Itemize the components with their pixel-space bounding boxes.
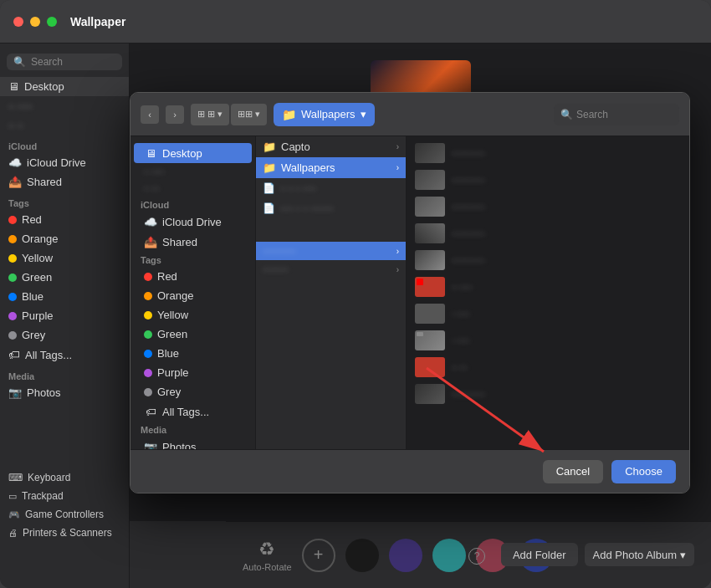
fp-sidebar-red[interactable]: Red bbox=[134, 267, 252, 286]
fp-sidebar-blue[interactable]: Blue bbox=[134, 344, 252, 363]
sidebar-item-icloud-drive[interactable]: ☁️ iCloud Drive bbox=[0, 153, 129, 172]
fp-col-item-3[interactable]: 📄 ·· ·· ·· ····· bbox=[256, 178, 406, 198]
fp-sidebar-yellow[interactable]: Yellow bbox=[134, 305, 252, 325]
fp-sidebar-purple[interactable]: Purple bbox=[134, 363, 252, 382]
yellow-tag bbox=[144, 311, 152, 320]
forward-button[interactable]: › bbox=[166, 105, 184, 124]
game-controllers-icon: 🎮 bbox=[8, 509, 20, 520]
fp-sidebar-photos[interactable]: 📷 Photos bbox=[134, 437, 252, 449]
sidebar-item-grey[interactable]: Grey bbox=[0, 325, 129, 345]
thumb-item-9[interactable]: ·· ··· bbox=[410, 354, 686, 381]
red-tag-dot bbox=[8, 216, 17, 224]
folder-icon: 📁 bbox=[263, 161, 276, 174]
fp-sidebar-icloud-drive[interactable]: ☁️ iCloud Drive bbox=[134, 212, 252, 232]
traffic-lights bbox=[13, 17, 57, 27]
fp-sidebar-grey[interactable]: Grey bbox=[134, 382, 252, 401]
bg-titlebar: Wallpaper bbox=[0, 0, 711, 43]
fp-col-item-active[interactable]: ············· › bbox=[256, 242, 406, 260]
fp-sidebar-shared[interactable]: 📤 Shared bbox=[134, 232, 252, 252]
fp-sidebar-desktop[interactable]: 🖥 Desktop bbox=[134, 143, 252, 163]
desktop-icon: 🖥 bbox=[8, 80, 19, 93]
help-button[interactable]: ? bbox=[468, 548, 485, 565]
grey-tag bbox=[144, 388, 152, 396]
fp-tags-label: Tags bbox=[130, 252, 255, 267]
yellow-tag-dot bbox=[8, 254, 17, 263]
thumbnail-preview bbox=[415, 330, 445, 350]
fp-col-item-4[interactable]: 📄 ····· ·· ·· ········· bbox=[256, 198, 406, 218]
grid-dropdown-icon: ▾ bbox=[255, 109, 260, 120]
sidebar-item-green[interactable]: Green bbox=[0, 268, 129, 287]
sidebar-item-all-tags[interactable]: 🏷 All Tags... bbox=[0, 345, 129, 365]
orange-tag-dot bbox=[8, 235, 17, 243]
sidebar-item-desktop[interactable]: 🖥 Desktop bbox=[0, 77, 129, 96]
fp-media-label: Media bbox=[130, 422, 255, 437]
sidebar-item-blue[interactable]: Blue bbox=[0, 287, 129, 306]
grid-view-icon: ⊞⊞ bbox=[238, 109, 253, 120]
trackpad-item[interactable]: ▭ Trackpad bbox=[0, 487, 130, 505]
sidebar-search: 🔍 Search bbox=[7, 54, 122, 70]
thumbnail-preview bbox=[415, 304, 445, 324]
thumb-item-4[interactable]: ············· bbox=[410, 220, 686, 247]
keyboard-item[interactable]: ⌨ Keyboard bbox=[0, 468, 130, 487]
blue-tag-dot bbox=[8, 293, 17, 301]
orange-tag bbox=[144, 292, 152, 300]
fp-footer: Cancel Choose bbox=[130, 449, 689, 493]
add-folder-button[interactable]: Add Folder bbox=[501, 543, 578, 566]
all-tags-icon: 🏷 bbox=[8, 348, 20, 361]
sidebar-item-purple[interactable]: Purple bbox=[0, 306, 129, 325]
thumb-item-7[interactable]: · ····· bbox=[410, 300, 686, 327]
fp-sidebar-item-2[interactable]: ·· ····· bbox=[134, 163, 252, 180]
thumb-item-5[interactable]: ············· bbox=[410, 247, 686, 274]
thumb-item-3[interactable]: ············· bbox=[410, 193, 686, 220]
doc-icon: 📄 bbox=[263, 182, 275, 194]
fp-sidebar-all-tags[interactable]: 🏷 All Tags... bbox=[134, 401, 252, 422]
add-photo-album-button[interactable]: Add Photo Album ▾ bbox=[585, 543, 694, 566]
minimize-button[interactable] bbox=[30, 17, 40, 27]
search-icon: 🔍 bbox=[13, 56, 26, 68]
sidebar-item-photos[interactable]: 📷 Photos bbox=[0, 383, 129, 402]
purple-tag-dot bbox=[8, 312, 17, 320]
trackpad-icon: ▭ bbox=[8, 491, 17, 502]
thumb-item-6[interactable]: ·· ····· bbox=[410, 274, 686, 300]
game-controllers-item[interactable]: 🎮 Game Controllers bbox=[0, 505, 130, 524]
thumbnail-preview bbox=[415, 170, 445, 190]
shared-icon: 📤 bbox=[8, 176, 22, 188]
fp-col-item-sub[interactable]: ·········· › bbox=[256, 260, 406, 279]
sidebar-item-3[interactable]: ·· ·· bbox=[0, 115, 129, 135]
fp-sidebar-green[interactable]: Green bbox=[134, 325, 252, 344]
sidebar-item-2[interactable]: ·· ····· bbox=[0, 96, 129, 115]
fp-col-item-wallpapers[interactable]: 📁 Wallpapers › bbox=[256, 157, 406, 178]
sidebar-item-yellow[interactable]: Yellow bbox=[0, 248, 129, 268]
green-tag bbox=[144, 330, 152, 339]
chevron-icon: › bbox=[396, 163, 399, 172]
printers-scanners-item[interactable]: 🖨 Printers & Scanners bbox=[0, 524, 130, 542]
choose-button[interactable]: Choose bbox=[611, 460, 676, 483]
thumb-item-8[interactable]: · ····· bbox=[410, 327, 686, 354]
red-tag bbox=[144, 273, 152, 281]
tags-label: Tags bbox=[0, 192, 129, 210]
chevron-icon: › bbox=[396, 142, 399, 151]
dropdown-arrow-icon: ▾ bbox=[680, 549, 686, 561]
thumb-item-1[interactable]: ············· bbox=[410, 140, 686, 166]
sidebar-item-red[interactable]: Red bbox=[0, 210, 129, 229]
thumbnail-preview bbox=[415, 143, 445, 163]
close-button[interactable] bbox=[13, 17, 23, 27]
fp-col-item-capto[interactable]: 📁 Capto › bbox=[256, 136, 406, 157]
fp-sidebar-item-3[interactable]: ·· ··· bbox=[134, 180, 252, 197]
thumbnail-preview bbox=[415, 250, 445, 270]
sidebar-item-shared[interactable]: 📤 Shared bbox=[0, 172, 129, 192]
grid-view-button[interactable]: ⊞⊞ ▾ bbox=[231, 104, 267, 125]
printer-icon: 🖨 bbox=[8, 528, 18, 538]
cancel-button[interactable]: Cancel bbox=[543, 460, 603, 483]
maximize-button[interactable] bbox=[47, 17, 57, 27]
thumb-item-2[interactable]: ············· bbox=[410, 166, 686, 193]
icloud-label: iCloud bbox=[0, 135, 129, 153]
fp-sidebar-orange[interactable]: Orange bbox=[134, 286, 252, 305]
sidebar-item-orange[interactable]: Orange bbox=[0, 229, 129, 248]
location-button[interactable]: 📁 Wallpapers ▾ bbox=[274, 103, 375, 126]
thumb-item-10[interactable]: ············· bbox=[410, 381, 686, 407]
back-button[interactable]: ‹ bbox=[141, 105, 159, 124]
search-field[interactable]: 🔍 Search bbox=[554, 104, 679, 125]
column-view-button[interactable]: ⊞ ⊞ ▾ bbox=[191, 104, 229, 125]
fp-body: 🖥 Desktop ·· ····· ·· ··· iCloud ☁️ iClo… bbox=[130, 136, 689, 449]
